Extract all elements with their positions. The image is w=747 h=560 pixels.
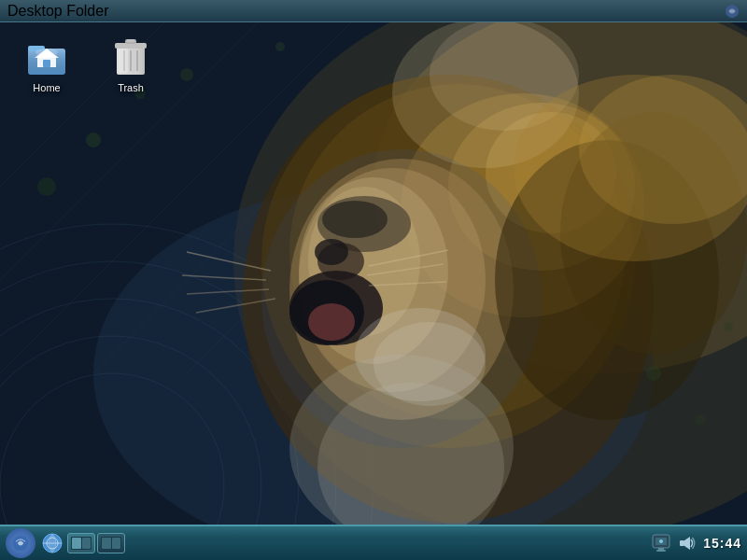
svg-rect-75 xyxy=(119,49,128,73)
desktop: Desktop Folder xyxy=(0,0,747,560)
svg-rect-83 xyxy=(656,550,666,552)
home-icon-label: Home xyxy=(33,82,60,93)
svg-point-45 xyxy=(37,177,56,196)
network-tray-icon[interactable] xyxy=(651,533,671,553)
trash-icon-image xyxy=(108,34,153,78)
svg-rect-74 xyxy=(127,39,134,42)
svg-point-66 xyxy=(35,49,58,56)
home-icon-image xyxy=(24,34,69,78)
trash-icon-label: Trash xyxy=(118,82,144,93)
browser-button[interactable] xyxy=(39,530,65,556)
svg-point-48 xyxy=(646,366,661,381)
svg-rect-85 xyxy=(680,540,684,546)
svg-rect-65 xyxy=(43,60,50,67)
clock-time: 15:44 xyxy=(703,536,741,551)
svg-point-59 xyxy=(729,8,735,14)
svg-rect-82 xyxy=(658,548,664,550)
trash-desktop-icon[interactable]: Trash xyxy=(93,28,168,99)
fedora-menu-button[interactable] xyxy=(6,528,35,558)
clock-display[interactable]: 15:44 xyxy=(703,535,741,552)
svg-point-47 xyxy=(275,42,285,51)
system-tray: 15:44 xyxy=(651,533,741,553)
home-desktop-icon[interactable]: Home xyxy=(9,28,84,99)
svg-point-46 xyxy=(180,68,193,81)
svg-point-50 xyxy=(724,322,733,331)
taskbar: 15:44 xyxy=(0,525,747,560)
svg-marker-86 xyxy=(684,537,690,550)
workspace-switcher xyxy=(67,533,125,553)
menubar-title: Desktop Folder xyxy=(7,3,109,20)
desktop-icons-area: Home xyxy=(9,28,168,99)
workspace-1-button[interactable] xyxy=(67,533,95,553)
menubar: Desktop Folder xyxy=(0,0,747,22)
volume-tray-icon[interactable] xyxy=(677,533,698,553)
workspace-2-button[interactable] xyxy=(97,533,125,553)
svg-point-84 xyxy=(659,539,663,543)
system-logo-icon[interactable] xyxy=(725,4,740,19)
svg-point-49 xyxy=(695,414,706,426)
svg-point-43 xyxy=(86,133,101,147)
